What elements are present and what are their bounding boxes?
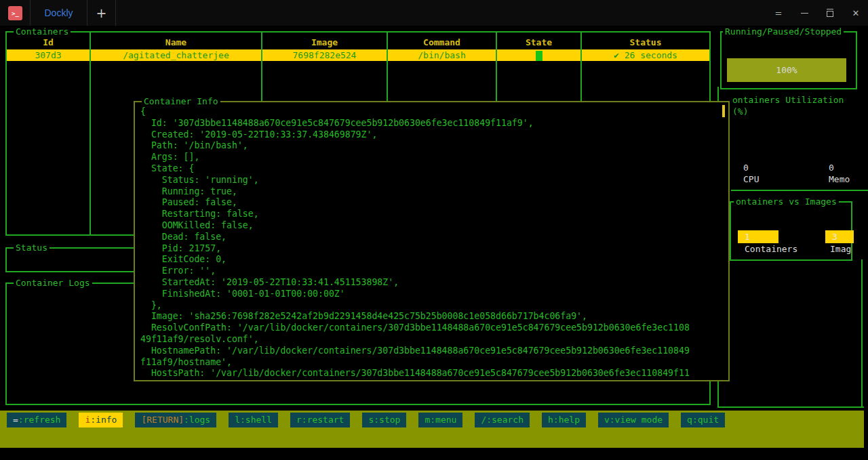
cell-container-id: 307d3 [7,49,90,61]
menu-item-refresh[interactable]: =:refresh [7,413,66,427]
menu-label: :search [486,415,524,425]
running-state-indicator [536,51,542,61]
menu-label: :view mode [610,415,663,425]
containers-bar-label: Containers [745,244,797,254]
containers-vs-images-panel: ontainers vs Images 1 3 Containers Imag [730,201,852,261]
container-logs-panel-title: Container Logs [14,278,92,288]
menu-key: = [13,415,18,425]
menu-key: q [687,415,692,425]
menu-item-view-mode[interactable]: v:view mode [598,413,669,427]
menu-key: r [296,415,302,425]
container-info-panel-title: Container Info [142,96,220,106]
container-info-panel: Container Info { Id: '307d3bbe1148488a67… [134,101,730,381]
menu-items-row: =:refresh i:info [RETURN]:logs l:shell r… [7,413,725,427]
column-header-name: Name [91,37,261,48]
maximize-icon [827,11,833,17]
menu-item-menu[interactable]: m:menu [418,413,462,427]
menu-item-logs[interactable]: [RETURN]:logs [135,413,216,427]
menu-key: [RETURN] [141,415,184,425]
memory-value: 0 [829,163,834,173]
menu-item-info[interactable]: i:info [79,413,123,427]
utilization-panel-title: ontainers Utilization (%) [732,94,865,117]
menu-label: :menu [430,415,456,425]
minimize-button[interactable] [794,5,814,20]
cell-container-image: 7698f282e524 [262,49,387,61]
running-gauge-bar: 100% [727,58,846,82]
menu-label: :help [553,415,580,425]
cpu-label: CPU [743,174,759,184]
menu-key: v [604,415,610,425]
menu-item-shell[interactable]: l:shell [229,413,278,427]
menu-label: :stop [374,415,400,425]
right-frame-bottom-border [717,406,864,408]
close-button[interactable]: ✕ [846,5,866,20]
column-divider [90,33,91,234]
column-header-image: Image [262,37,387,48]
utilization-bottom-border [731,190,868,191]
dockly-terminal-screen: >_ Dockly + = ✕ Containers Id Name Image… [0,0,868,460]
menu-item-restart[interactable]: r:restart [290,413,350,427]
column-header-state: State [497,37,580,48]
menu-item-stop[interactable]: s:stop [362,413,406,427]
menu-label: :restart [302,415,344,425]
column-header-command: Command [388,37,496,48]
images-count-bar: 3 [825,230,854,243]
terminal-prompt-glyph: >_ [12,10,19,17]
menu-label: :info [90,415,117,425]
window-menu-button[interactable]: = [768,5,789,20]
containers-vs-images-title: ontainers vs Images [734,196,839,207]
tab-separator [115,0,116,26]
containers-count-bar: 1 [738,230,778,243]
cpu-value: 0 [743,163,749,173]
column-header-id: Id [7,37,90,48]
right-frame-right-border [861,259,863,408]
menu-item-search[interactable]: /:search [475,413,530,427]
minimize-icon [801,13,808,14]
cell-container-state [497,49,580,61]
menu-key: h [548,415,553,425]
container-info-json: { Id: '307d3bbe1148488a670ce91e5c847679c… [140,106,690,379]
cell-container-command: /bin/bash [388,49,496,61]
menu-label: :quit [692,415,719,425]
containers-panel-title: Containers [14,26,71,37]
running-paused-stopped-panel: Running/Paused/Stopped 100% [720,31,857,89]
menu-label: :refresh [18,415,61,425]
tab-dockly[interactable]: Dockly [31,0,87,26]
new-tab-button[interactable]: + [87,0,115,26]
cell-container-status: ✔ 26 seconds [582,49,709,61]
maximize-button[interactable] [820,5,840,20]
status-panel-title: Status [14,243,50,253]
memory-label: Memo [829,174,850,184]
menu-label: :logs [184,415,210,425]
terminal-app-icon: >_ [8,6,22,20]
info-scrollbar[interactable] [722,105,725,117]
cell-container-name: /agitated_chatterjee [91,49,261,61]
menu-key: l [235,415,240,425]
tab-title: Dockly [44,7,73,18]
menu-item-help[interactable]: h:help [542,413,586,427]
menu-item-quit[interactable]: q:quit [681,413,725,427]
utilization-title-line1: ontainers Utilization [732,94,865,106]
gauge-panel-title: Running/Paused/Stopped [723,26,844,37]
menu-label: :shell [240,415,272,425]
column-header-status: Status [582,37,709,48]
menu-bar: =:refresh i:info [RETURN]:logs l:shell r… [0,411,864,448]
window-titlebar: >_ Dockly + = ✕ [0,0,868,26]
utilization-title-line2: (%) [732,106,865,117]
images-bar-label: Imag [830,244,851,254]
